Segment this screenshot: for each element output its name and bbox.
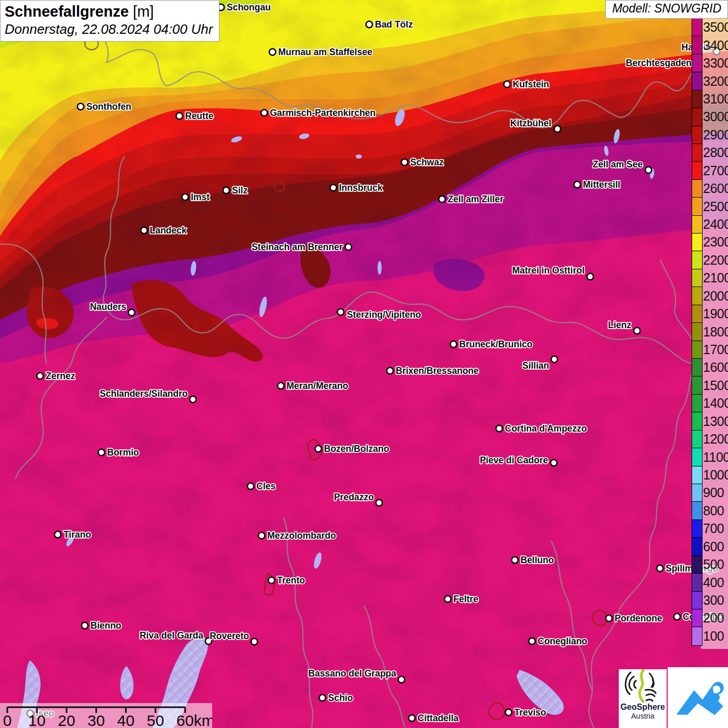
legend-label-1600: 1600	[703, 360, 728, 375]
city-marker	[450, 341, 457, 347]
city-label: Cittadella	[418, 713, 459, 723]
city-imst: Imst	[182, 192, 210, 202]
legend-label-300: 300	[703, 592, 724, 607]
legend-box-700	[692, 520, 702, 538]
city-label: Riva del Garda	[139, 630, 203, 641]
city-marker	[505, 709, 512, 716]
city-label: Treviso	[514, 707, 546, 718]
legend-box-900	[692, 484, 702, 502]
legend-box-2100	[692, 269, 702, 287]
city-label: Landeck	[150, 225, 187, 236]
city-marker	[261, 110, 267, 116]
legend-box-2200	[692, 251, 702, 269]
product-name: Schneefallgrenze	[5, 3, 129, 20]
city-marker	[268, 577, 275, 583]
city-marker	[551, 356, 557, 362]
city-label: Schwaz	[410, 157, 444, 167]
city-marker	[82, 622, 88, 629]
legend-label-2900: 2900	[703, 127, 728, 142]
city-bozen-bolzano: Bozen/Bolzano	[315, 444, 389, 454]
svg-text:10: 10	[28, 712, 45, 728]
city-marker	[315, 446, 321, 452]
legend-box-100	[692, 627, 702, 645]
legend-box-200	[692, 609, 702, 627]
city-label: Rovereto	[210, 631, 249, 641]
legend-box-2600	[692, 180, 702, 198]
city-label: Steinach am Brenner	[252, 242, 343, 252]
city-marker	[37, 373, 43, 379]
city-marker	[98, 449, 105, 456]
city-label: Imst	[191, 192, 210, 202]
svg-text:40: 40	[117, 712, 134, 728]
city-label: Silz	[232, 185, 248, 196]
legend-label-200: 200	[703, 610, 724, 626]
city-label: Predazzo	[334, 492, 374, 502]
city-label: Schio	[328, 693, 353, 703]
legend-box-2800	[692, 144, 702, 162]
legend-label-1700: 1700	[703, 342, 728, 357]
city-label: Bienno	[90, 620, 121, 631]
legend-box-3200	[692, 72, 702, 90]
city-zell-am-ziller: Zell am Ziller	[439, 194, 503, 204]
legend-box-1000	[692, 466, 702, 484]
legend-box-3300	[692, 55, 702, 72]
legend-label-3100: 3100	[703, 91, 728, 106]
city-label: Mittersill	[583, 179, 620, 190]
legend-box-2700	[692, 162, 702, 179]
legend-label-1000: 1000	[703, 467, 728, 482]
city-label: Zell am See	[593, 159, 643, 170]
city-marker	[128, 309, 135, 316]
legend-box-2900	[692, 126, 702, 144]
city-cortina-d-ampezzo: Cortina d'Ampezzo	[496, 423, 587, 434]
city-pordenone: Pordenone	[606, 613, 662, 623]
city-marker	[319, 695, 326, 701]
city-marker	[345, 244, 352, 250]
city-label: Nauders	[90, 302, 126, 312]
city-label: Feltre	[453, 594, 478, 604]
city-silz: Silz	[223, 185, 248, 196]
city-marker	[77, 103, 84, 110]
map-scalebar: 0102030405060km	[0, 703, 212, 728]
legend-label-100: 100	[703, 628, 724, 643]
legend-label-1200: 1200	[703, 432, 728, 447]
city-label: Brixen/Bressanone	[396, 366, 479, 376]
legend-box-1900	[692, 305, 702, 323]
legend-label-3500: 3500	[703, 20, 728, 35]
city-label: Bormio	[107, 447, 139, 458]
svg-text:30: 30	[87, 712, 105, 728]
city-label: Pieve di Cadore	[480, 455, 549, 465]
city-label: Murnau am Staffelsee	[278, 47, 372, 57]
legend-box-3000	[692, 108, 702, 126]
legend-label-700: 700	[703, 521, 724, 536]
city-meran-merano: Meran/Merano	[278, 381, 348, 391]
map-canvas[interactable]: SchongauBad TölzKemptenMurnau am Staffel…	[0, 0, 728, 728]
product-unit: [m]	[133, 3, 154, 20]
city-label: Tirano	[63, 529, 91, 540]
legend-box-800	[692, 502, 702, 519]
city-pieve-di-cadore: Pieve di Cadore	[480, 455, 557, 466]
city-marker	[496, 425, 502, 432]
city-marker	[141, 227, 147, 233]
city-marker	[439, 196, 445, 202]
city-label: Bassano del Grappa	[308, 668, 396, 679]
legend-box-1500	[692, 376, 702, 394]
legend-box-1600	[692, 359, 702, 376]
geosphere-logo: GeoSphere Austria	[619, 669, 667, 728]
legend-label-800: 800	[703, 503, 724, 518]
legend-label-2200: 2200	[703, 252, 728, 267]
city-conegliano: Conegliano	[529, 636, 587, 646]
city-label: Sonthofen	[86, 101, 132, 112]
legend-label-2600: 2600	[703, 181, 728, 196]
city-steinach-am-brenner: Steinach am Brenner	[252, 242, 352, 252]
city-label: Bruneck/Brunico	[459, 339, 532, 349]
legend-box-1700	[692, 341, 702, 359]
legend-label-1100: 1100	[703, 449, 728, 464]
legend-label-500: 500	[703, 557, 724, 572]
city-berchtesgaden: Berchtesgaden	[626, 58, 692, 68]
legend-label-1300: 1300	[703, 413, 728, 428]
city-marker	[337, 309, 344, 315]
legend-color-boxes	[692, 18, 703, 646]
city-label: Kitzbühel	[510, 118, 551, 128]
city-label: Zell am Ziller	[448, 194, 503, 204]
city-label: Sterzing/Vipiteno	[347, 309, 421, 320]
